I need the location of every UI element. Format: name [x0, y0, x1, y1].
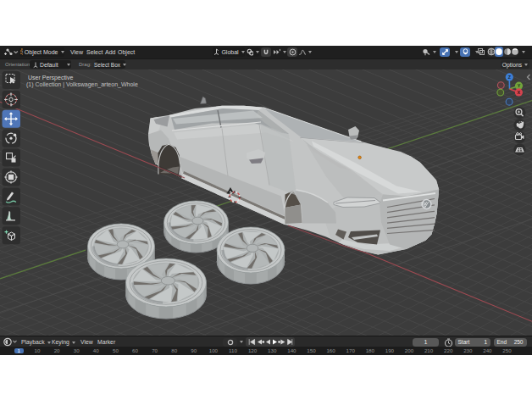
svg-text:User Perspective: User Perspective — [28, 75, 73, 81]
svg-text:X: X — [518, 89, 521, 94]
svg-text:Y: Y — [518, 83, 521, 88]
svg-text:(1) Collection | Volkswagen_ar: (1) Collection | Volkswagen_arteon_Whole — [26, 81, 138, 88]
